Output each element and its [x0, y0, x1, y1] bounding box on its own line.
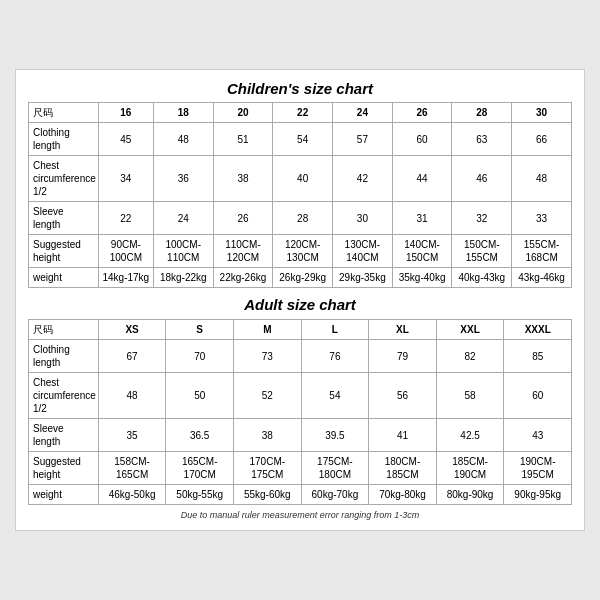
table-cell: 46: [452, 156, 512, 202]
table-row: Suggested height158CM-165CM165CM-170CM17…: [29, 452, 572, 485]
header-cell: 30: [512, 103, 572, 123]
row-label: Suggested height: [29, 235, 99, 268]
table-cell: 70kg-80kg: [369, 485, 437, 505]
row-label: Suggested height: [29, 452, 99, 485]
table-row: Suggested height90CM-100CM100CM-110CM110…: [29, 235, 572, 268]
table-cell: 110CM-120CM: [213, 235, 273, 268]
table-cell: 40kg-43kg: [452, 268, 512, 288]
children-chart-title: Children's size chart: [28, 80, 572, 97]
table-cell: 63: [452, 123, 512, 156]
table-cell: 39.5: [301, 419, 369, 452]
header-cell: 尺码: [29, 103, 99, 123]
table-cell: 54: [273, 123, 333, 156]
table-row: Chest circumference 1/248505254565860: [29, 373, 572, 419]
table-cell: 82: [436, 340, 504, 373]
header-cell: XXXL: [504, 320, 572, 340]
table-cell: 185CM-190CM: [436, 452, 504, 485]
table-cell: 90CM-100CM: [98, 235, 153, 268]
table-cell: 60kg-70kg: [301, 485, 369, 505]
chart-container: Children's size chart 尺码1618202224262830…: [15, 69, 585, 532]
table-cell: 42: [333, 156, 393, 202]
children-table: 尺码1618202224262830Clothing length4548515…: [28, 103, 572, 289]
table-cell: 42.5: [436, 419, 504, 452]
adult-chart-title: Adult size chart: [28, 296, 572, 313]
table-cell: 50: [166, 373, 234, 419]
table-cell: 76: [301, 340, 369, 373]
header-row: 尺码1618202224262830: [29, 103, 572, 123]
table-cell: 130CM-140CM: [333, 235, 393, 268]
row-label: Sleeve length: [29, 419, 99, 452]
table-cell: 85: [504, 340, 572, 373]
table-cell: 66: [512, 123, 572, 156]
table-cell: 24: [153, 202, 213, 235]
table-cell: 165CM-170CM: [166, 452, 234, 485]
table-cell: 41: [369, 419, 437, 452]
table-cell: 56: [369, 373, 437, 419]
table-cell: 14kg-17kg: [98, 268, 153, 288]
table-cell: 46kg-50kg: [98, 485, 166, 505]
header-cell: 26: [392, 103, 452, 123]
table-cell: 28: [273, 202, 333, 235]
table-cell: 43: [504, 419, 572, 452]
table-cell: 100CM-110CM: [153, 235, 213, 268]
table-cell: 22kg-26kg: [213, 268, 273, 288]
row-label: Chest circumference 1/2: [29, 156, 99, 202]
table-cell: 26kg-29kg: [273, 268, 333, 288]
table-cell: 80kg-90kg: [436, 485, 504, 505]
table-row: Sleeve length2224262830313233: [29, 202, 572, 235]
table-cell: 26: [213, 202, 273, 235]
table-cell: 158CM-165CM: [98, 452, 166, 485]
table-cell: 35: [98, 419, 166, 452]
table-cell: 79: [369, 340, 437, 373]
header-cell: 28: [452, 103, 512, 123]
table-cell: 51: [213, 123, 273, 156]
header-cell: 22: [273, 103, 333, 123]
header-row: 尺码XSSMLXLXXLXXXL: [29, 320, 572, 340]
table-cell: 55kg-60kg: [234, 485, 302, 505]
row-label: weight: [29, 268, 99, 288]
table-cell: 73: [234, 340, 302, 373]
table-cell: 34: [98, 156, 153, 202]
table-cell: 70: [166, 340, 234, 373]
header-cell: L: [301, 320, 369, 340]
table-cell: 120CM-130CM: [273, 235, 333, 268]
footer-note: Due to manual ruler measurement error ra…: [28, 510, 572, 520]
table-row: weight46kg-50kg50kg-55kg55kg-60kg60kg-70…: [29, 485, 572, 505]
header-cell: 18: [153, 103, 213, 123]
table-cell: 29kg-35kg: [333, 268, 393, 288]
table-cell: 140CM-150CM: [392, 235, 452, 268]
table-cell: 52: [234, 373, 302, 419]
table-cell: 175CM-180CM: [301, 452, 369, 485]
header-cell: XL: [369, 320, 437, 340]
table-cell: 180CM-185CM: [369, 452, 437, 485]
table-cell: 54: [301, 373, 369, 419]
row-label: weight: [29, 485, 99, 505]
table-cell: 58: [436, 373, 504, 419]
table-cell: 18kg-22kg: [153, 268, 213, 288]
table-cell: 32: [452, 202, 512, 235]
table-cell: 38: [234, 419, 302, 452]
table-cell: 48: [512, 156, 572, 202]
header-cell: 16: [98, 103, 153, 123]
table-cell: 30: [333, 202, 393, 235]
table-row: Chest circumference 1/23436384042444648: [29, 156, 572, 202]
header-cell: XXL: [436, 320, 504, 340]
table-row: weight14kg-17kg18kg-22kg22kg-26kg26kg-29…: [29, 268, 572, 288]
table-cell: 60: [504, 373, 572, 419]
table-cell: 170CM-175CM: [234, 452, 302, 485]
table-cell: 57: [333, 123, 393, 156]
table-cell: 35kg-40kg: [392, 268, 452, 288]
table-cell: 150CM-155CM: [452, 235, 512, 268]
header-cell: 24: [333, 103, 393, 123]
table-cell: 22: [98, 202, 153, 235]
table-cell: 43kg-46kg: [512, 268, 572, 288]
header-cell: XS: [98, 320, 166, 340]
table-cell: 44: [392, 156, 452, 202]
table-cell: 38: [213, 156, 273, 202]
header-cell: M: [234, 320, 302, 340]
table-cell: 67: [98, 340, 166, 373]
row-label: Chest circumference 1/2: [29, 373, 99, 419]
table-cell: 36.5: [166, 419, 234, 452]
table-cell: 48: [153, 123, 213, 156]
adult-table: 尺码XSSMLXLXXLXXXLClothing length677073767…: [28, 319, 572, 505]
